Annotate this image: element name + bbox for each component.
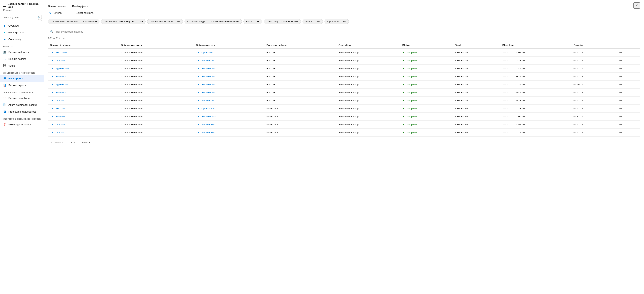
backup-instance-search-box[interactable]: 🔍 <box>48 29 124 34</box>
status-label: Completed <box>406 83 418 86</box>
cell-start-time: 3/8/2021, 7:20:21 AM <box>500 73 572 81</box>
cell-more-actions[interactable]: ⋯ <box>616 81 640 89</box>
table-row[interactable]: CH1-JBOXVM10 Contoso Hotels Tena... CH1-… <box>48 105 640 113</box>
refresh-button[interactable]: ↻ Refresh <box>48 11 63 15</box>
cell-backup-instance: CH1-SQLVM12 <box>48 113 119 121</box>
table-row[interactable]: CH1-SQLVM01 Contoso Hotels Tena... CH1-R… <box>48 73 640 81</box>
support-icon: ❓ <box>3 123 6 126</box>
next-button[interactable]: Next > <box>79 140 93 145</box>
refresh-label: Refresh <box>52 12 62 15</box>
filter-status[interactable]: Status == All <box>302 19 323 24</box>
sidebar-item-new-support[interactable]: ❓ New support request <box>0 121 44 128</box>
row-more-button[interactable]: ⋯ <box>618 122 623 127</box>
sidebar-item-backup-jobs[interactable]: ☰ Backup jobs <box>0 75 44 82</box>
cell-datasource-locat: West US 2 <box>264 129 336 136</box>
col-header-duration[interactable]: Duration ↕ <box>572 42 616 48</box>
cell-operation: Scheduled Backup <box>336 57 400 65</box>
table-row[interactable]: CH1-DCVM11 Contoso Hotels Tena... CH1-In… <box>48 121 640 129</box>
filter-datasource-subscription[interactable]: Datasource subscription == 12 selected <box>48 19 100 24</box>
cell-more-actions[interactable]: ⋯ <box>616 105 640 113</box>
nav-community-label: Community <box>8 38 22 41</box>
sidebar-header: ☰ Backup center | Backup jobs Microsoft <box>0 0 44 13</box>
vaults-icon: 💾 <box>3 64 6 67</box>
filter-vault[interactable]: Vault == All <box>244 19 262 24</box>
filter-time-range[interactable]: Time range : Last 24 hours <box>264 19 301 24</box>
row-more-button[interactable]: ⋯ <box>618 90 623 95</box>
cell-more-actions[interactable]: ⋯ <box>616 97 640 105</box>
status-completed-icon: ✔ <box>402 99 405 102</box>
row-more-button[interactable]: ⋯ <box>618 82 623 87</box>
table-row[interactable]: CH1-DCVM01 Contoso Hotels Tena... CH1-In… <box>48 57 640 65</box>
cell-duration: 02:21:17 <box>572 65 616 73</box>
table-row[interactable]: CH1-DCVM00 Contoso Hotels Tena... CH1-In… <box>48 97 640 105</box>
nav-item-overview[interactable]: ▮ Overview <box>0 22 44 29</box>
sidebar: ☰ Backup center | Backup jobs Microsoft … <box>0 0 44 294</box>
cell-duration: 02:51:14 <box>572 97 616 105</box>
cell-datasource-locat: East US <box>264 89 336 97</box>
community-icon: ☁ <box>3 37 6 41</box>
sidebar-item-backup-instances[interactable]: 💻 Backup instances <box>0 49 44 55</box>
table-row[interactable]: CH1-AppBEVM01 Contoso Hotels Tena... CH1… <box>48 65 640 73</box>
cell-more-actions[interactable]: ⋯ <box>616 73 640 81</box>
collapse-sidebar-button[interactable]: « <box>38 18 42 21</box>
sidebar-item-backup-compliance[interactable]: 🛡 Backup compliance <box>0 95 44 101</box>
table-row[interactable]: CH1-SQLVM00 Contoso Hotels Tena... CH1-R… <box>48 89 640 97</box>
toolbar: ↻ Refresh ⎯ → Select columns <box>48 9 640 17</box>
cell-operation: Scheduled Backup <box>336 121 400 129</box>
cell-more-actions[interactable]: ⋯ <box>616 57 640 65</box>
nav-item-getting-started[interactable]: ⚑ Getting started <box>0 29 44 36</box>
nav-item-community[interactable]: ☁ Community <box>0 36 44 43</box>
sidebar-item-backup-policies[interactable]: ☷ Backup policies <box>0 55 44 62</box>
table-header-row: Backup instance ↕ Datasource subs... Dat… <box>48 42 640 48</box>
row-more-button[interactable]: ⋯ <box>618 130 623 135</box>
col-header-vault: Vault <box>453 42 500 48</box>
cell-more-actions[interactable]: ⋯ <box>616 113 640 121</box>
table-row[interactable]: CH1-DCVM10 Contoso Hotels Tena... CH1-In… <box>48 129 640 136</box>
close-button[interactable]: ✕ <box>634 3 640 9</box>
backup-instance-search-input[interactable] <box>54 30 122 33</box>
cell-more-actions[interactable]: ⋯ <box>616 48 640 57</box>
row-more-button[interactable]: ⋯ <box>618 50 623 55</box>
page-selector[interactable]: 1 ▼ <box>69 140 77 145</box>
app-subtitle: Microsoft <box>3 9 41 11</box>
row-more-button[interactable]: ⋯ <box>618 106 623 111</box>
row-more-button[interactable]: ⋯ <box>618 58 623 63</box>
sidebar-item-vaults[interactable]: 💾 Vaults <box>0 62 44 69</box>
sidebar-backup-instances-label: Backup instances <box>8 51 29 54</box>
row-more-button[interactable]: ⋯ <box>618 74 623 79</box>
status-label: Completed <box>406 131 418 134</box>
table-row[interactable]: CH1-AppBEVM00 Contoso Hotels Tena... CH1… <box>48 81 640 89</box>
status-completed-icon: ✔ <box>402 67 405 70</box>
previous-button[interactable]: < Previous <box>48 140 67 145</box>
status-label: Completed <box>406 115 418 118</box>
cell-status: ✔ Completed <box>400 48 454 57</box>
cell-start-time: 3/8/2021, 7:04:54 AM <box>500 121 572 129</box>
cell-vault: CH1-RV-Pri <box>453 48 500 57</box>
main-content: Backup center | Backup jobs … ✕ ↻ Refres… <box>44 0 644 294</box>
cell-more-actions[interactable]: ⋯ <box>616 89 640 97</box>
cell-more-actions[interactable]: ⋯ <box>616 65 640 73</box>
cell-status: ✔ Completed <box>400 65 454 73</box>
filter-datasource-type[interactable]: Datasource type == Azure Virtual machine… <box>184 19 242 24</box>
cell-start-time: 3/8/2021, 7:15:23 AM <box>500 97 572 105</box>
cell-vault: CH1-RV-Pri <box>453 65 500 73</box>
filter-operation[interactable]: Operation == All <box>324 19 349 24</box>
table-row[interactable]: CH1-SQLVM12 Contoso Hotels Tena... CH1-R… <box>48 113 640 121</box>
col-header-backup-instance[interactable]: Backup instance ↕ <box>48 42 119 48</box>
sort-icon-duration: ↕ <box>585 44 586 46</box>
row-more-button[interactable]: ⋯ <box>618 114 623 119</box>
filter-datasource-resource-group[interactable]: Datasource resource group == All <box>101 19 146 24</box>
table-row[interactable]: CH1-JBOXVM00 Contoso Hotels Tena... CH1-… <box>48 48 640 57</box>
cell-more-actions[interactable]: ⋯ <box>616 129 640 136</box>
sidebar-item-backup-reports[interactable]: 📊 Backup reports <box>0 82 44 89</box>
row-more-button[interactable]: ⋯ <box>618 66 623 71</box>
sidebar-item-azure-policies[interactable]: 📄 Azure policies for backup <box>0 101 44 108</box>
row-more-button[interactable]: ⋯ <box>618 98 623 103</box>
select-columns-button[interactable]: → Select columns <box>71 11 95 15</box>
search-input[interactable] <box>2 15 42 20</box>
col-header-start-time[interactable]: Start time ↕ <box>500 42 572 48</box>
cell-more-actions[interactable]: ⋯ <box>616 121 640 129</box>
cell-operation: Scheduled Backup <box>336 113 400 121</box>
sidebar-item-protectable-sources[interactable]: 🖾 Protectable datasources <box>0 108 44 115</box>
filter-datasource-location[interactable]: Datasource location == All <box>147 19 183 24</box>
